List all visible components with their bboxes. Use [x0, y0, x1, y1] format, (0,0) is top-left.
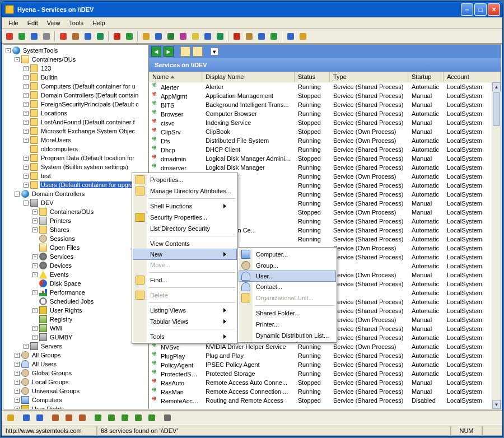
- tree-item[interactable]: -Domain Controllers: [3, 189, 148, 198]
- toolbar-button[interactable]: [106, 412, 117, 423]
- tree-item[interactable]: +Devices: [3, 261, 148, 270]
- toolbar-button[interactable]: [256, 31, 267, 42]
- toolbar-button[interactable]: [297, 31, 309, 42]
- menu-item[interactable]: List Directory Security: [133, 223, 236, 234]
- tree-item[interactable]: +123: [3, 64, 148, 73]
- menu-item[interactable]: Manage Directory Attributes...: [133, 185, 236, 197]
- menu-help[interactable]: Help: [88, 18, 110, 27]
- toolbar-button[interactable]: [5, 412, 16, 423]
- tree-item[interactable]: +Servers: [3, 342, 148, 351]
- context-menu[interactable]: Properties...Manage Directory Attributes…: [132, 173, 238, 344]
- column-header-acct[interactable]: Account: [444, 72, 501, 82]
- toolbar-button[interactable]: [162, 412, 173, 423]
- menu-item[interactable]: Shared Folder...: [239, 307, 335, 319]
- tree-item[interactable]: +Users (Default container for upgra: [3, 180, 148, 189]
- maximize-button[interactable]: □: [474, 3, 487, 16]
- tree-item[interactable]: +Shares: [3, 225, 148, 234]
- toolbar-button[interactable]: [141, 31, 152, 42]
- tree-item[interactable]: +Universal Groups: [3, 386, 148, 395]
- tree-item[interactable]: -DEV: [3, 198, 148, 207]
- tree-item[interactable]: +Builtin: [3, 73, 148, 82]
- menu-item[interactable]: Find...: [133, 274, 236, 286]
- tree-item[interactable]: +User Rights: [3, 404, 148, 409]
- toolbar-button[interactable]: [41, 31, 52, 42]
- tree-item[interactable]: oldcomputers: [3, 145, 148, 153]
- tree-item[interactable]: +test: [3, 171, 148, 180]
- toolbar-button[interactable]: [4, 31, 15, 42]
- toolbar-button[interactable]: [268, 31, 279, 42]
- service-row[interactable]: RasAutoRemote Access Auto Conne...Stoppe…: [149, 378, 501, 387]
- menu-item[interactable]: User...: [239, 271, 336, 282]
- toolbar-button[interactable]: [244, 31, 255, 42]
- view-dropdown-button[interactable]: ▾: [211, 48, 218, 55]
- close-button[interactable]: ×: [488, 3, 500, 16]
- toolbar-button[interactable]: [214, 31, 226, 42]
- toolbar-button[interactable]: [231, 31, 242, 42]
- service-row[interactable]: BITSBackground Intelligent Trans...Runni…: [149, 100, 501, 109]
- menu-item[interactable]: Listing Views: [133, 305, 236, 316]
- column-header-start[interactable]: Startup: [408, 72, 444, 82]
- toolbar-button[interactable]: [70, 31, 81, 42]
- column-header-type[interactable]: Type: [330, 72, 408, 82]
- service-row[interactable]: AlerterAlerterRunningService (Shared Pro…: [149, 82, 501, 91]
- tree-item[interactable]: +Services: [3, 252, 148, 261]
- view-icon-button[interactable]: [180, 46, 190, 57]
- service-row[interactable]: DfsDistributed File SystemRunningService…: [149, 136, 501, 145]
- tree-item[interactable]: +Global Groups: [3, 369, 148, 378]
- toolbar-button[interactable]: [58, 31, 69, 42]
- tree-item[interactable]: Disk Space: [3, 279, 148, 288]
- tree-item[interactable]: +LostAndFound (Default container f: [3, 118, 148, 127]
- view-table-button[interactable]: [193, 46, 203, 57]
- menu-item[interactable]: Computer...: [239, 249, 335, 260]
- tree-item[interactable]: +System (Builtin system settings): [3, 162, 148, 171]
- tree-item[interactable]: +MoreUsers: [3, 136, 148, 145]
- tree-item[interactable]: +Containers/OUs: [3, 207, 148, 216]
- menu-item[interactable]: Group...: [239, 260, 335, 271]
- service-row[interactable]: BrowserComputer BrowserRunningService (S…: [149, 109, 501, 118]
- service-row[interactable]: dmadminLogical Disk Manager Adminis...St…: [149, 154, 501, 163]
- tree[interactable]: -SystemTools-Containers/OUs+123+Builtin+…: [3, 45, 148, 409]
- service-row[interactable]: ClipSrvClipBookStoppedService (Own Proce…: [149, 127, 501, 136]
- tree-item[interactable]: -SystemTools: [3, 46, 148, 55]
- tree-item[interactable]: +Locations: [3, 109, 148, 118]
- toolbar-button[interactable]: [63, 412, 74, 423]
- toolbar-button[interactable]: [285, 31, 296, 42]
- toolbar-button[interactable]: [34, 412, 45, 423]
- tree-item[interactable]: Registry: [3, 315, 148, 324]
- menu-item[interactable]: Printer...: [239, 319, 335, 330]
- menu-item[interactable]: Properties...: [133, 174, 236, 185]
- menu-item[interactable]: Security Properties...: [133, 212, 236, 223]
- menu-item[interactable]: Tools: [133, 331, 236, 342]
- toolbar-button[interactable]: [153, 31, 164, 42]
- titlebar[interactable]: Hyena - Services on \\DEV – □ ×: [2, 2, 502, 17]
- tree-item[interactable]: +All Users: [3, 360, 148, 369]
- column-header-status[interactable]: Status: [295, 72, 330, 82]
- menu-file[interactable]: File: [4, 18, 23, 27]
- service-row[interactable]: PolicyAgentIPSEC Policy AgentRunningServ…: [149, 360, 501, 369]
- tree-item[interactable]: +All Groups: [3, 351, 148, 360]
- menu-edit[interactable]: Edit: [23, 18, 43, 27]
- nav-back-button[interactable]: ◄: [151, 46, 161, 57]
- service-row[interactable]: dmserverLogical Disk ManagerRunningServi…: [149, 163, 501, 172]
- toolbar-button[interactable]: [77, 412, 88, 423]
- toolbar-button[interactable]: [111, 31, 123, 42]
- tree-item[interactable]: +Program Data (Default location for: [3, 153, 148, 162]
- tree-item[interactable]: +Performance: [3, 288, 148, 297]
- scroll-down-arrow-icon[interactable]: ▼: [492, 400, 501, 409]
- tree-item[interactable]: -Containers/OUs: [3, 55, 148, 64]
- toolbar-button[interactable]: [178, 31, 189, 42]
- tree-item[interactable]: +WMI: [3, 324, 148, 333]
- toolbar-button[interactable]: [202, 31, 213, 42]
- tree-item[interactable]: +Domain Controllers (Default contain: [3, 91, 148, 100]
- scroll-up-arrow-icon[interactable]: ▲: [492, 82, 501, 91]
- toolbar-button[interactable]: [95, 31, 106, 42]
- tree-item[interactable]: +User Rights: [3, 306, 148, 315]
- toolbar-button[interactable]: [21, 412, 32, 423]
- menu-item[interactable]: Tabular Views: [133, 316, 236, 327]
- nav-forward-button[interactable]: ►: [164, 46, 174, 57]
- menu-item[interactable]: View Contents: [133, 238, 236, 249]
- tree-item[interactable]: +Computers (Default container for u: [3, 82, 148, 91]
- menu-item[interactable]: Shell Functions: [133, 201, 236, 212]
- service-row[interactable]: RemoteAccessRouting and Remote AccessSto…: [149, 396, 501, 405]
- column-header-disp[interactable]: Display Name: [202, 72, 295, 82]
